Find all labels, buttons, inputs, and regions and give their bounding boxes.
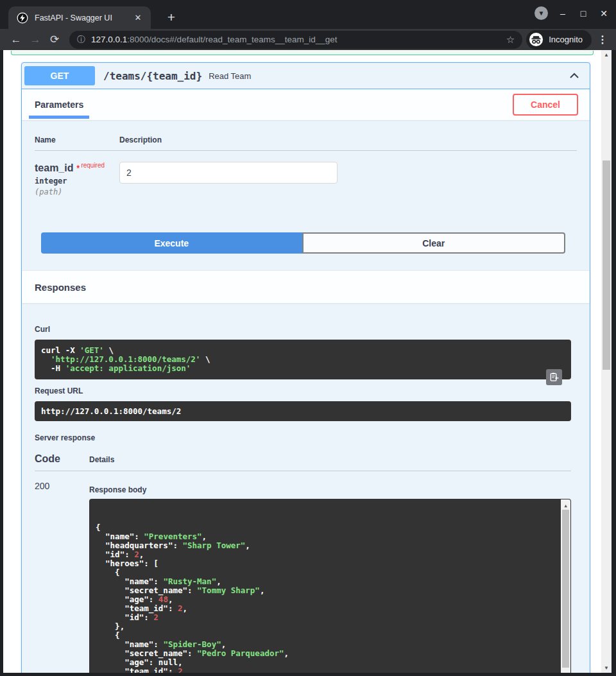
response-divider [35, 471, 571, 471]
opblock-get-teams: GET /teams/{team_id} Read Team Parameter… [21, 62, 590, 673]
collapse-chevron-icon[interactable] [568, 69, 581, 82]
url-path: :8000/docs#/default/read_team_teams__tea… [127, 35, 337, 44]
swagger-content: GET /teams/{team_id} Read Team Parameter… [3, 50, 601, 673]
responses-section: Curl curl -X 'GET' \ 'http://127.0.0.1:8… [22, 303, 590, 673]
column-description: Description [119, 135, 162, 144]
bookmark-star-icon[interactable]: ☆ [506, 34, 515, 46]
browser-toolbar: ← → ⟳ ⓘ 127.0.0.1:8000/docs#/default/rea… [0, 29, 616, 50]
page-scrollbar[interactable]: ▲ ▼ [601, 50, 612, 673]
responses-section-header: Responses [22, 270, 590, 303]
parameters-section: Name Description team_id *required integ… [22, 120, 590, 270]
maximize-icon[interactable]: □ [578, 8, 589, 19]
server-response-label: Server response [35, 433, 571, 442]
opblock-header[interactable]: GET /teams/{team_id} Read Team [22, 63, 590, 89]
tab-close-icon[interactable]: ✕ [132, 12, 144, 24]
parameter-info: team_id *required integer (path) [35, 162, 119, 196]
responses-title: Responses [35, 282, 86, 293]
parameter-type: integer [35, 177, 119, 186]
required-asterisk: * [76, 163, 80, 173]
response-scroll-thumb[interactable] [562, 510, 569, 668]
execute-button[interactable]: Execute [41, 232, 302, 254]
response-row: 200 Response body { "name": "Preventers"… [35, 480, 571, 673]
tab-bar: FastAPI - Swagger UI ✕ + ▼ – □ ✕ [0, 0, 616, 29]
previous-opblock-edge [11, 51, 594, 55]
new-tab-button[interactable]: + [162, 9, 180, 27]
incognito-label: Incognito [549, 35, 583, 44]
url-host: 127.0.0.1 [91, 35, 127, 44]
endpoint-path: /teams/{team_id} [103, 70, 202, 82]
browser-tab[interactable]: FastAPI - Swagger UI ✕ [8, 6, 151, 29]
parameters-table-header: Name Description [35, 135, 577, 144]
response-body-label: Response body [89, 485, 571, 494]
column-code: Code [35, 453, 89, 465]
minimize-icon[interactable]: – [557, 8, 569, 19]
required-label: required [81, 162, 105, 169]
method-badge: GET [24, 66, 95, 85]
column-details: Details [89, 455, 114, 464]
parameter-row: team_id *required integer (path) [35, 151, 577, 196]
cancel-button[interactable]: Cancel [513, 94, 578, 116]
scroll-up-icon[interactable]: ▲ [601, 52, 612, 58]
incognito-icon [529, 32, 543, 47]
curl-command-block: curl -X 'GET' \ 'http://127.0.0.1:8000/t… [35, 340, 571, 379]
page-viewport: GET /teams/{team_id} Read Team Parameter… [3, 50, 612, 673]
parameter-name: team_id [35, 162, 73, 173]
close-icon[interactable]: ✕ [598, 8, 610, 19]
clear-button[interactable]: Clear [302, 232, 566, 254]
response-scrollbar[interactable]: ▲ [561, 499, 570, 673]
copy-to-clipboard-button[interactable] [546, 369, 562, 385]
clipboard-icon [549, 372, 559, 382]
reload-icon[interactable]: ⟳ [45, 31, 64, 48]
tab-parameters[interactable]: Parameters [29, 91, 89, 119]
url-text[interactable]: 127.0.0.1:8000/docs#/default/read_team_t… [91, 35, 501, 44]
execute-row: Execute Clear [41, 232, 565, 254]
request-url-label: Request URL [35, 386, 571, 395]
back-icon[interactable]: ← [6, 31, 26, 48]
scroll-down-icon[interactable]: ▼ [601, 665, 612, 671]
parameter-location: (path) [35, 187, 119, 196]
incognito-badge: Incognito [526, 30, 592, 49]
team-id-input[interactable] [119, 162, 338, 184]
forward-icon[interactable]: → [26, 31, 45, 48]
parameters-header-row: Parameters Cancel [22, 89, 590, 120]
site-info-icon[interactable]: ⓘ [77, 34, 85, 46]
menu-dots-icon[interactable]: ⋮ [595, 33, 610, 46]
column-name: Name [35, 135, 119, 144]
tab-search-icon[interactable]: ▼ [535, 6, 548, 20]
code-details-header: Code Details [35, 453, 571, 465]
response-details: Response body { "name": "Preventers", "h… [89, 480, 571, 673]
status-code: 200 [35, 480, 89, 673]
parameter-value-cell [119, 162, 338, 196]
response-body-json: { "name": "Preventers", "headquarters": … [96, 523, 556, 673]
tab-title: FastAPI - Swagger UI [35, 13, 132, 22]
page-scroll-thumb[interactable] [603, 160, 610, 370]
request-url-value: http://127.0.0.1:8000/teams/2 [35, 401, 571, 421]
response-body-block: { "name": "Preventers", "headquarters": … [89, 499, 571, 673]
window-controls: ▼ – □ ✕ [535, 6, 610, 20]
endpoint-summary: Read Team [209, 71, 568, 81]
curl-label: Curl [35, 325, 571, 334]
address-bar[interactable]: ⓘ 127.0.0.1:8000/docs#/default/read_team… [69, 31, 522, 49]
fastapi-favicon-icon [17, 12, 28, 24]
scroll-up-icon[interactable]: ▲ [561, 501, 570, 510]
